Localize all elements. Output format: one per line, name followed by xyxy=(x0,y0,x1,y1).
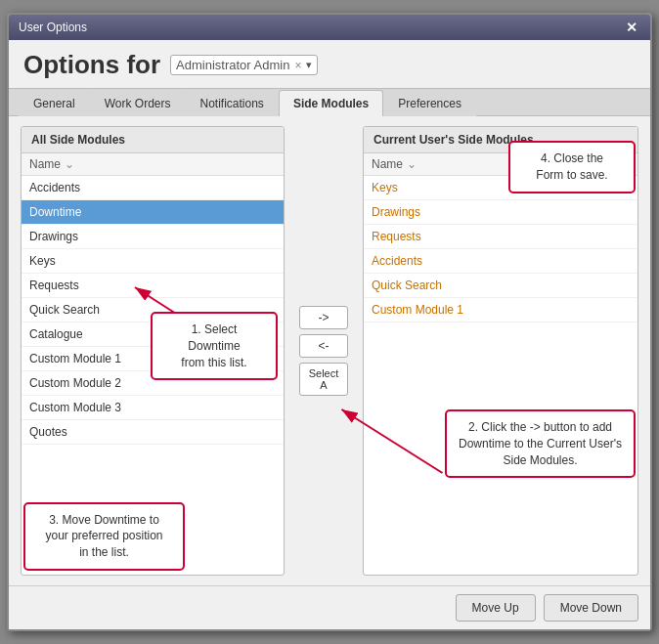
clear-user-icon[interactable]: × xyxy=(294,59,301,72)
left-col-header: Name ⌄ xyxy=(22,153,284,176)
current-side-modules-panel: Current User's Side Modules Name ⌄ Keys … xyxy=(363,126,638,576)
list-item[interactable]: Drawings xyxy=(22,225,284,249)
list-item[interactable]: Drawings xyxy=(364,200,637,225)
right-col-name: Name xyxy=(372,157,403,171)
tab-work-orders[interactable]: Work Orders xyxy=(90,90,186,116)
left-col-name: Name xyxy=(29,157,61,171)
list-item[interactable]: Requests xyxy=(364,225,637,249)
list-item[interactable]: Accidents xyxy=(22,176,284,200)
move-up-button[interactable]: Move Up xyxy=(456,594,536,622)
tab-general[interactable]: General xyxy=(19,90,90,116)
options-label: Options for xyxy=(23,50,160,80)
tab-bar: General Work Orders Notifications Side M… xyxy=(9,88,650,116)
annotation-2: 2. Click the -> button to add Downtime t… xyxy=(445,409,636,478)
annotation-4: 4. Close theForm to save. xyxy=(508,141,636,193)
bottom-buttons: Move Up Move Down xyxy=(9,585,650,629)
title-bar: User Options ✕ xyxy=(9,15,650,40)
user-value: Administrator Admin xyxy=(176,58,289,72)
annotation-1: 1. SelectDowntimefrom this list. xyxy=(151,312,278,380)
list-item[interactable]: Quotes xyxy=(22,420,284,445)
list-item[interactable]: Custom Module 1 xyxy=(364,298,637,322)
options-header: Options for Administrator Admin × ▾ xyxy=(9,40,650,88)
list-item[interactable]: Requests xyxy=(22,274,284,298)
list-item[interactable]: Custom Module 3 xyxy=(22,396,284,420)
dropdown-arrow-icon[interactable]: ▾ xyxy=(306,59,312,71)
close-icon[interactable]: ✕ xyxy=(623,20,640,35)
list-item[interactable]: Accidents xyxy=(364,249,637,274)
list-item[interactable]: Keys xyxy=(22,249,284,274)
left-panel-title: All Side Modules xyxy=(22,127,284,153)
list-item[interactable]: Quick Search xyxy=(364,274,637,298)
add-button[interactable]: -> xyxy=(299,306,348,329)
user-selector[interactable]: Administrator Admin × ▾ xyxy=(170,55,318,75)
tab-preferences[interactable]: Preferences xyxy=(383,90,476,116)
user-options-dialog: User Options ✕ Options for Administrator… xyxy=(7,13,652,631)
list-item[interactable]: Downtime xyxy=(22,200,284,225)
remove-button[interactable]: <- xyxy=(299,334,348,358)
annotation-3: 3. Move Downtime toyour preferred positi… xyxy=(23,502,185,571)
dialog-title: User Options xyxy=(19,21,87,34)
move-down-button[interactable]: Move Down xyxy=(544,594,638,622)
current-modules-list[interactable]: Keys Drawings Requests Accidents Quick S… xyxy=(364,176,637,575)
transfer-buttons: -> <- Select A xyxy=(294,126,353,576)
select-all-button[interactable]: Select A xyxy=(299,363,348,396)
tab-side-modules[interactable]: Side Modules xyxy=(279,90,383,116)
tab-notifications[interactable]: Notifications xyxy=(186,90,279,116)
